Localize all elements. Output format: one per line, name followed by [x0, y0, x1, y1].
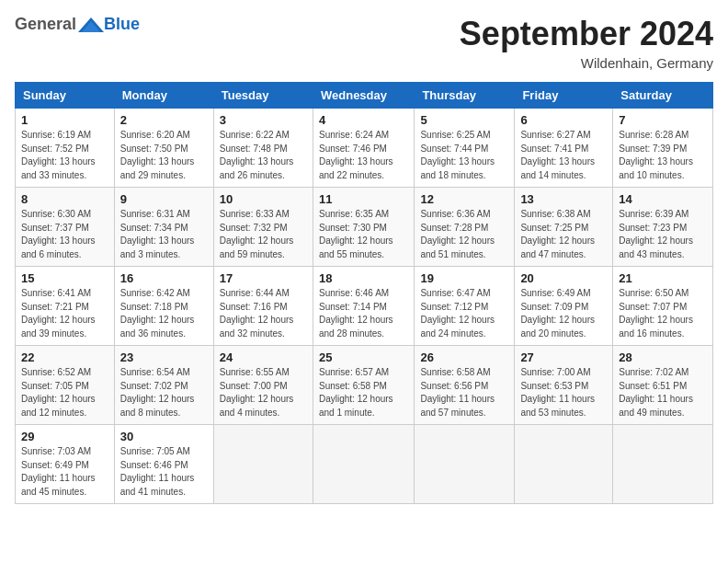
- calendar-day-cell: [213, 425, 313, 504]
- calendar-day-cell: 30Sunrise: 7:05 AM Sunset: 6:46 PM Dayli…: [114, 425, 213, 504]
- day-number: 7: [619, 113, 707, 127]
- calendar-day-cell: 25Sunrise: 6:57 AM Sunset: 6:58 PM Dayli…: [313, 346, 414, 425]
- calendar-day-cell: 13Sunrise: 6:38 AM Sunset: 7:25 PM Dayli…: [515, 188, 613, 267]
- calendar-day-cell: 3Sunrise: 6:22 AM Sunset: 7:48 PM Daylig…: [213, 109, 313, 188]
- day-number: 4: [319, 113, 408, 127]
- day-detail: Sunrise: 6:33 AM Sunset: 7:32 PM Dayligh…: [220, 208, 307, 261]
- day-header-sunday: Sunday: [16, 83, 115, 109]
- day-detail: Sunrise: 7:03 AM Sunset: 6:49 PM Dayligh…: [21, 445, 108, 499]
- day-number: 22: [21, 350, 108, 364]
- day-number: 23: [120, 350, 208, 364]
- calendar-week-row: 8Sunrise: 6:30 AM Sunset: 7:37 PM Daylig…: [16, 188, 713, 267]
- day-number: 5: [420, 113, 508, 127]
- day-detail: Sunrise: 6:46 AM Sunset: 7:14 PM Dayligh…: [319, 287, 408, 340]
- calendar-day-cell: [313, 425, 414, 504]
- day-number: 18: [319, 271, 408, 285]
- day-detail: Sunrise: 6:31 AM Sunset: 7:34 PM Dayligh…: [120, 208, 208, 261]
- day-number: 11: [319, 192, 408, 206]
- day-detail: Sunrise: 6:47 AM Sunset: 7:12 PM Dayligh…: [420, 287, 508, 340]
- calendar-day-cell: 4Sunrise: 6:24 AM Sunset: 7:46 PM Daylig…: [313, 109, 414, 188]
- day-number: 28: [619, 350, 707, 364]
- calendar-day-cell: 15Sunrise: 6:41 AM Sunset: 7:21 PM Dayli…: [16, 267, 115, 346]
- day-detail: Sunrise: 6:36 AM Sunset: 7:28 PM Dayligh…: [420, 208, 508, 261]
- calendar-day-cell: 7Sunrise: 6:28 AM Sunset: 7:39 PM Daylig…: [613, 109, 713, 188]
- day-header-tuesday: Tuesday: [213, 83, 313, 109]
- day-detail: Sunrise: 6:27 AM Sunset: 7:41 PM Dayligh…: [520, 129, 607, 182]
- day-header-monday: Monday: [114, 83, 213, 109]
- day-detail: Sunrise: 6:49 AM Sunset: 7:09 PM Dayligh…: [520, 287, 607, 340]
- day-header-thursday: Thursday: [415, 83, 515, 109]
- day-number: 16: [120, 271, 208, 285]
- calendar-week-row: 1Sunrise: 6:19 AM Sunset: 7:52 PM Daylig…: [16, 109, 713, 188]
- day-number: 24: [220, 350, 307, 364]
- day-detail: Sunrise: 6:19 AM Sunset: 7:52 PM Dayligh…: [21, 129, 108, 182]
- day-detail: Sunrise: 6:54 AM Sunset: 7:02 PM Dayligh…: [120, 366, 208, 419]
- day-detail: Sunrise: 6:58 AM Sunset: 6:56 PM Dayligh…: [420, 366, 508, 419]
- calendar-day-cell: 11Sunrise: 6:35 AM Sunset: 7:30 PM Dayli…: [313, 188, 414, 267]
- day-number: 17: [220, 271, 307, 285]
- calendar-day-cell: 21Sunrise: 6:50 AM Sunset: 7:07 PM Dayli…: [613, 267, 713, 346]
- day-number: 8: [21, 192, 108, 206]
- day-detail: Sunrise: 6:28 AM Sunset: 7:39 PM Dayligh…: [619, 129, 707, 182]
- day-detail: Sunrise: 7:00 AM Sunset: 6:53 PM Dayligh…: [520, 366, 607, 419]
- day-number: 19: [420, 271, 508, 285]
- calendar-day-cell: 9Sunrise: 6:31 AM Sunset: 7:34 PM Daylig…: [114, 188, 213, 267]
- calendar-day-cell: [415, 425, 515, 504]
- location: Wildenhain, Germany: [460, 55, 713, 71]
- calendar-day-cell: 28Sunrise: 7:02 AM Sunset: 6:51 PM Dayli…: [613, 346, 713, 425]
- day-detail: Sunrise: 6:30 AM Sunset: 7:37 PM Dayligh…: [21, 208, 108, 261]
- day-number: 1: [21, 113, 108, 127]
- calendar-table: SundayMondayTuesdayWednesdayThursdayFrid…: [15, 82, 713, 504]
- day-number: 26: [420, 350, 508, 364]
- day-number: 6: [520, 113, 607, 127]
- calendar-day-cell: 16Sunrise: 6:42 AM Sunset: 7:18 PM Dayli…: [114, 267, 213, 346]
- calendar-week-row: 29Sunrise: 7:03 AM Sunset: 6:49 PM Dayli…: [16, 425, 713, 504]
- day-detail: Sunrise: 6:55 AM Sunset: 7:00 PM Dayligh…: [220, 366, 307, 419]
- calendar-day-cell: 19Sunrise: 6:47 AM Sunset: 7:12 PM Dayli…: [415, 267, 515, 346]
- calendar-day-cell: 8Sunrise: 6:30 AM Sunset: 7:37 PM Daylig…: [16, 188, 115, 267]
- logo: General Blue: [15, 15, 140, 34]
- day-detail: Sunrise: 6:44 AM Sunset: 7:16 PM Dayligh…: [220, 287, 307, 340]
- calendar-day-cell: 22Sunrise: 6:52 AM Sunset: 7:05 PM Dayli…: [16, 346, 115, 425]
- day-detail: Sunrise: 6:38 AM Sunset: 7:25 PM Dayligh…: [520, 208, 607, 261]
- calendar-day-cell: 5Sunrise: 6:25 AM Sunset: 7:44 PM Daylig…: [415, 109, 515, 188]
- day-detail: Sunrise: 6:25 AM Sunset: 7:44 PM Dayligh…: [420, 129, 508, 182]
- day-detail: Sunrise: 6:35 AM Sunset: 7:30 PM Dayligh…: [319, 208, 408, 261]
- day-detail: Sunrise: 7:05 AM Sunset: 6:46 PM Dayligh…: [120, 445, 208, 499]
- calendar-week-row: 15Sunrise: 6:41 AM Sunset: 7:21 PM Dayli…: [16, 267, 713, 346]
- day-detail: Sunrise: 6:41 AM Sunset: 7:21 PM Dayligh…: [21, 287, 108, 340]
- calendar-day-cell: 10Sunrise: 6:33 AM Sunset: 7:32 PM Dayli…: [213, 188, 313, 267]
- day-number: 14: [619, 192, 707, 206]
- day-number: 15: [21, 271, 108, 285]
- calendar-day-cell: 26Sunrise: 6:58 AM Sunset: 6:56 PM Dayli…: [415, 346, 515, 425]
- day-number: 20: [520, 271, 607, 285]
- day-number: 9: [120, 192, 208, 206]
- calendar-day-cell: 20Sunrise: 6:49 AM Sunset: 7:09 PM Dayli…: [515, 267, 613, 346]
- title-block: September 2024 Wildenhain, Germany: [460, 15, 713, 71]
- calendar-day-cell: 29Sunrise: 7:03 AM Sunset: 6:49 PM Dayli…: [16, 425, 115, 504]
- calendar-day-cell: 23Sunrise: 6:54 AM Sunset: 7:02 PM Dayli…: [114, 346, 213, 425]
- month-title: September 2024: [460, 15, 713, 53]
- day-detail: Sunrise: 7:02 AM Sunset: 6:51 PM Dayligh…: [619, 366, 707, 419]
- calendar-day-cell: 27Sunrise: 7:00 AM Sunset: 6:53 PM Dayli…: [515, 346, 613, 425]
- day-detail: Sunrise: 6:20 AM Sunset: 7:50 PM Dayligh…: [120, 129, 208, 182]
- calendar-day-cell: 17Sunrise: 6:44 AM Sunset: 7:16 PM Dayli…: [213, 267, 313, 346]
- day-detail: Sunrise: 6:39 AM Sunset: 7:23 PM Dayligh…: [619, 208, 707, 261]
- calendar-day-cell: 18Sunrise: 6:46 AM Sunset: 7:14 PM Dayli…: [313, 267, 414, 346]
- calendar-day-cell: 12Sunrise: 6:36 AM Sunset: 7:28 PM Dayli…: [415, 188, 515, 267]
- day-number: 29: [21, 430, 108, 443]
- day-header-wednesday: Wednesday: [313, 83, 414, 109]
- day-number: 13: [520, 192, 607, 206]
- day-header-saturday: Saturday: [613, 83, 713, 109]
- day-number: 25: [319, 350, 408, 364]
- logo-blue-text: Blue: [104, 15, 140, 34]
- day-detail: Sunrise: 6:22 AM Sunset: 7:48 PM Dayligh…: [220, 129, 307, 182]
- day-number: 2: [120, 113, 208, 127]
- page-header: General Blue September 2024 Wildenhain, …: [15, 15, 713, 71]
- day-detail: Sunrise: 6:24 AM Sunset: 7:46 PM Dayligh…: [319, 129, 408, 182]
- day-detail: Sunrise: 6:57 AM Sunset: 6:58 PM Dayligh…: [319, 366, 408, 419]
- day-number: 30: [120, 430, 208, 443]
- calendar-day-cell: 1Sunrise: 6:19 AM Sunset: 7:52 PM Daylig…: [16, 109, 115, 188]
- calendar-day-cell: 2Sunrise: 6:20 AM Sunset: 7:50 PM Daylig…: [114, 109, 213, 188]
- day-number: 10: [220, 192, 307, 206]
